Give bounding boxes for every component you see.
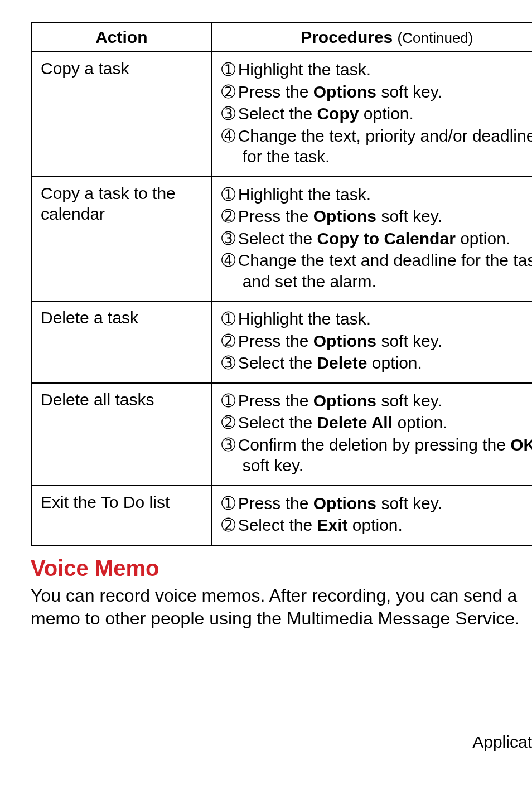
procedure-step: ➁Press the Options soft key. (221, 81, 532, 103)
action-cell: Copy a task (31, 52, 212, 177)
step-text-pre: Change the text and deadline for the tas… (238, 251, 532, 290)
step-text-bold: Delete (317, 354, 367, 372)
step-text-post: soft key. (243, 456, 303, 474)
step-text-post: soft key. (376, 83, 442, 101)
step-text-bold: Copy (317, 104, 359, 123)
step-marker-icon: ➁ (221, 331, 238, 352)
step-text-bold: Options (313, 332, 376, 350)
procedures-label: Procedures (301, 28, 393, 46)
col-header-procedures: Procedures (Continued) (212, 23, 532, 52)
table-row: Copy a task➀Highlight the task.➁Press th… (31, 52, 532, 177)
step-marker-icon: ➀ (221, 390, 238, 411)
step-marker-icon: ➀ (221, 59, 238, 80)
action-cell: Delete a task (31, 301, 212, 383)
step-marker-icon: ➂ (221, 228, 238, 249)
step-text-bold: Exit (317, 516, 347, 534)
step-text-pre: Press the (238, 494, 313, 512)
step-text-pre: Select the (238, 413, 317, 432)
step-text-pre: Highlight the task. (238, 185, 371, 204)
step-text-pre: Select the (238, 104, 317, 123)
step-text-pre: Press the (238, 332, 313, 350)
step-marker-icon: ➂ (221, 434, 238, 456)
table-row: Exit the To Do list➀Press the Options so… (31, 486, 532, 545)
procedure-step: ➂Select the Copy option. (221, 103, 532, 124)
procedure-step: ➀Highlight the task. (221, 308, 532, 330)
procedure-cell: ➀Press the Options soft key.➁Select the … (212, 486, 532, 545)
procedure-cell: ➀Highlight the task.➁Press the Options s… (212, 52, 532, 177)
step-marker-icon: ➀ (221, 493, 238, 514)
step-text-pre: Press the (238, 207, 313, 225)
step-text-post: option. (367, 354, 422, 372)
action-cell: Delete all tasks (31, 383, 212, 486)
step-marker-icon: ➁ (221, 515, 238, 536)
step-text-pre: Select the (238, 354, 317, 372)
procedure-step: ➁Press the Options soft key. (221, 206, 532, 227)
step-text-post: option. (347, 516, 402, 534)
procedure-step: ➁Select the Delete All option. (221, 412, 532, 433)
table-row: Delete a task➀Highlight the task.➁Press … (31, 301, 532, 383)
step-text-pre: Highlight the task. (238, 60, 371, 79)
step-marker-icon: ➁ (221, 206, 238, 227)
procedure-step: ➃Change the text and deadline for the ta… (221, 250, 532, 292)
step-text-bold: OK (510, 435, 532, 454)
step-text-pre: Highlight the task. (238, 309, 371, 328)
section-body-text: You can record voice memos. After record… (31, 584, 532, 631)
step-text-post: option. (393, 413, 447, 432)
procedure-step: ➀Press the Options soft key. (221, 390, 532, 411)
step-marker-icon: ➁ (221, 412, 238, 433)
step-text-pre: Change the text, priority and/or deadlin… (238, 127, 532, 166)
action-cell: Copy a task to the calendar (31, 177, 212, 302)
step-text-bold: Copy to Calendar (317, 229, 455, 248)
procedure-step: ➁Select the Exit option. (221, 515, 532, 536)
table-row: Copy a task to the calendar➀Highlight th… (31, 177, 532, 302)
procedure-step: ➂Select the Copy to Calendar option. (221, 228, 532, 249)
step-text-pre: Press the (238, 391, 313, 410)
step-text-bold: Options (313, 83, 376, 101)
step-text-bold: Options (313, 494, 376, 512)
procedure-step: ➁Press the Options soft key. (221, 331, 532, 352)
step-text-post: soft key. (376, 494, 442, 512)
continued-label: (Continued) (398, 30, 473, 46)
table-row: Delete all tasks➀Press the Options soft … (31, 383, 532, 486)
procedure-step: ➀Highlight the task. (221, 59, 532, 80)
step-text-pre: Select the (238, 516, 317, 534)
step-text-post: option. (456, 229, 510, 248)
footer-chapter: Applications (472, 733, 532, 751)
procedure-step: ➃Change the text, priority and/or deadli… (221, 125, 532, 167)
col-header-action: Action (31, 23, 212, 52)
step-text-bold: Options (313, 207, 376, 225)
step-marker-icon: ➂ (221, 103, 238, 124)
step-text-bold: Options (313, 391, 376, 410)
page-footer: Applications 143 (31, 731, 532, 774)
step-text-pre: Select the (238, 229, 317, 248)
procedure-step: ➀Press the Options soft key. (221, 493, 532, 514)
step-marker-icon: ➀ (221, 308, 238, 330)
action-cell: Exit the To Do list (31, 486, 212, 545)
section-heading-voice-memo: Voice Memo (31, 556, 532, 581)
step-text-post: soft key. (376, 391, 442, 410)
procedure-cell: ➀Highlight the task.➁Press the Options s… (212, 177, 532, 302)
step-text-pre: Confirm the deletion by pressing the (238, 435, 511, 454)
step-marker-icon: ➀ (221, 184, 238, 205)
step-marker-icon: ➂ (221, 352, 238, 374)
procedure-cell: ➀Highlight the task.➁Press the Options s… (212, 301, 532, 383)
procedure-step: ➂Select the Delete option. (221, 352, 532, 374)
step-marker-icon: ➁ (221, 81, 238, 103)
step-marker-icon: ➃ (221, 250, 238, 271)
step-text-post: option. (359, 104, 413, 123)
procedure-step: ➂Confirm the deletion by pressing the OK… (221, 434, 532, 476)
procedure-step: ➀Highlight the task. (221, 184, 532, 205)
step-text-bold: Delete All (317, 413, 393, 432)
procedure-cell: ➀Press the Options soft key.➁Select the … (212, 383, 532, 486)
step-text-pre: Press the (238, 83, 313, 101)
step-text-post: soft key. (376, 332, 442, 350)
step-marker-icon: ➃ (221, 125, 238, 147)
procedures-table: Action Procedures (Continued) Copy a tas… (31, 22, 532, 546)
step-text-post: soft key. (376, 207, 442, 225)
